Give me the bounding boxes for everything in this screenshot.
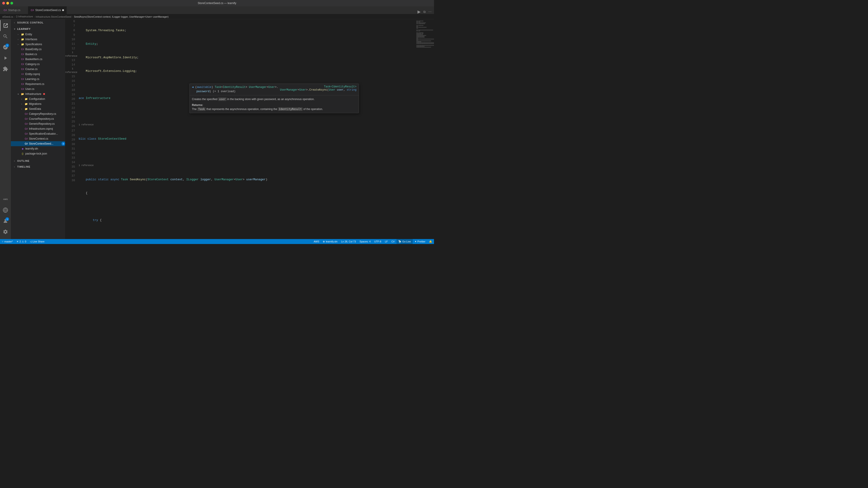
activity-run[interactable] [0, 53, 11, 64]
source-control-section[interactable]: › SOURCE CONTROL [11, 19, 65, 26]
status-errors[interactable]: ✕ 2 ⚠ 0 [15, 239, 28, 244]
code-line-17 [79, 204, 416, 209]
sidebar-item-learnifysln[interactable]: ◆ learnify.sln [11, 146, 65, 151]
status-prettier[interactable]: ✦ Prettier [413, 239, 427, 244]
courserepo-label: CourseRepository.cs [29, 117, 54, 121]
sidebar-item-learning[interactable]: C# Learning.cs [11, 76, 65, 82]
bell-icon: 🔔 [429, 240, 432, 243]
source-control-badge: 1 [5, 43, 9, 47]
status-golive[interactable]: 📡 Go Live [397, 239, 413, 244]
status-language[interactable]: C# [390, 239, 397, 244]
more-actions-button[interactable]: ⋯ [428, 9, 432, 14]
error-badge [43, 93, 45, 95]
sidebar-item-infracsproj[interactable]: C# Infrastructure.csproj [11, 126, 65, 131]
sidebar-item-migrations[interactable]: › 📁 Migrations [11, 101, 65, 106]
code-editor[interactable]: System.Threading.Tasks; Entity; Microsof… [77, 19, 416, 239]
encoding-text: UTF-8 [374, 240, 381, 243]
breadcrumb-namespace[interactable]: ⟨⟩ Infrastructure [16, 15, 33, 18]
sidebar-item-packagelock[interactable]: {} package-lock.json [11, 151, 65, 156]
minimap[interactable]: ████ ████████████ ████ ████ ████ ███████… [416, 19, 434, 239]
modified-badge: 1 [61, 142, 65, 145]
breadcrumb-class[interactable]: Infrastructure.StoreContextSeed [36, 15, 71, 18]
project-name: LEARNIFY [17, 28, 31, 30]
activity-source-control[interactable]: 1 [0, 42, 11, 53]
sidebar-item-basketitem[interactable]: C# BasketItem.cs [11, 57, 65, 62]
status-spaces[interactable]: Spaces: 4 [358, 239, 373, 244]
sidebar-item-courserepo[interactable]: C# CourseRepository.cs [11, 116, 65, 121]
genericrepo-label: GenericRepository.cs [29, 122, 55, 125]
sidebar-item-infrastructure[interactable]: ▾ 📂 Infrastructure [11, 92, 65, 96]
sidebar-item-baseentity[interactable]: C# BaseEntity.cs [11, 47, 65, 52]
code-line-9: Microsoft.Extensions.Logging; [79, 69, 416, 73]
activity-explorer[interactable] [0, 20, 11, 31]
storecontextseed-label: StoreContextSeed... [29, 142, 61, 145]
sidebar-item-genericrepo[interactable]: C# GenericRepository.cs [11, 121, 65, 126]
breadcrumb-file[interactable]: xtSeed.cs [2, 15, 13, 18]
folder-open-icon: 📂 [21, 92, 24, 96]
status-solution[interactable]: ⊕ learnify.sln [321, 239, 339, 244]
cs-file-icon: C# [24, 112, 28, 116]
status-notifications[interactable]: 🔔 [427, 239, 434, 244]
status-position[interactable]: Ln 28, Col 73 [339, 239, 358, 244]
code-line-6: System.Threading.Tasks; [79, 28, 416, 33]
account-badge: 1 [5, 217, 9, 221]
sidebar-project-root[interactable]: ▾ LEARNIFY [11, 26, 65, 32]
activity-remote[interactable] [0, 205, 11, 216]
sidebar-item-course[interactable]: C# Course.cs [11, 67, 65, 72]
timeline-label: TIMELINE [17, 165, 30, 168]
entity-label: Entity [25, 33, 32, 36]
timeline-header[interactable]: › TIMELINE [11, 164, 65, 170]
language-text: C# [392, 240, 395, 243]
status-liveshare[interactable]: ◁ Live Share [28, 239, 46, 244]
tab-startup[interactable]: C# Startup.cs [1, 6, 28, 14]
course-label: Course.cs [25, 68, 37, 71]
status-bar: ⑂ master* ✕ 2 ⚠ 0 ◁ Live Share AWS ⊕ lea… [0, 239, 434, 244]
requirement-label: Requirement.cs [25, 83, 44, 86]
sidebar-item-categoryrepo[interactable]: C# CategoryRepository.cs [11, 111, 65, 116]
sidebar-item-basket[interactable]: C# Basket.cs [11, 52, 65, 57]
sidebar: › SOURCE CONTROL ▾ LEARNIFY › 📁 Entity › [11, 19, 65, 239]
status-aws[interactable]: AWS [312, 239, 321, 244]
split-editor-button[interactable]: ⧉ [422, 9, 427, 14]
sidebar-item-entitycsproj[interactable]: C# Entity.csproj [11, 72, 65, 76]
sidebar-tree: ▾ LEARNIFY › 📁 Entity › 📁 Interfaces [11, 26, 65, 239]
sidebar-item-category[interactable]: C# Category.cs [11, 62, 65, 67]
close-button[interactable] [2, 2, 5, 4]
code-line-ref15: 1 reference [79, 164, 416, 168]
breadcrumb-method[interactable]: SeedAsync(StoreContext context, ILogger … [74, 15, 168, 18]
outline-header[interactable]: › OUTLINE [11, 158, 65, 164]
sidebar-item-seeddata[interactable]: › 📁 SeedData [11, 106, 65, 111]
sidebar-item-user[interactable]: C# User.cs [11, 87, 65, 92]
activity-account[interactable]: 1 [0, 216, 11, 226]
spaces-text: Spaces: 4 [360, 240, 371, 243]
minimize-button[interactable] [6, 2, 9, 4]
sidebar-item-entity[interactable]: › 📁 Entity [11, 32, 65, 37]
editor-scroll[interactable]: 6 7 8 9 10 11 12 1 reference 13 14 1 ref… [65, 19, 434, 239]
status-branch[interactable]: ⑂ master* [0, 239, 15, 244]
code-line-13: blic class StoreContextSeed [79, 137, 416, 141]
activity-search[interactable] [0, 31, 11, 42]
activity-settings[interactable] [0, 226, 11, 237]
sidebar-item-specifications[interactable]: › 📁 Specifications [11, 42, 65, 47]
specifications-label: Specifications [25, 43, 42, 46]
migrations-label: Migrations [29, 102, 41, 105]
activity-extensions[interactable] [0, 64, 11, 74]
categoryrepo-label: CategoryRepository.cs [29, 112, 56, 116]
status-line-ending[interactable]: LF [383, 239, 390, 244]
maximize-button[interactable] [10, 2, 13, 4]
run-debug-button[interactable]: ▶ [417, 9, 421, 14]
basket-label: Basket.cs [25, 53, 37, 56]
sidebar-item-interfaces[interactable]: › 📁 Interfaces [11, 37, 65, 42]
storecontext-label: StoreContext.cs [29, 137, 48, 140]
sidebar-item-configuration[interactable]: › 📁 Configuration [11, 96, 65, 101]
sidebar-item-storecontext[interactable]: C# StoreContext.cs [11, 136, 65, 141]
sidebar-item-speceval[interactable]: C# SpecificationEvaluator... [11, 131, 65, 136]
status-encoding[interactable]: UTF-8 [373, 239, 383, 244]
activity-aws[interactable]: AWS [0, 194, 11, 205]
app-container: C# Startup.cs C# StoreContextSeed.cs ▶ ⧉… [0, 6, 434, 244]
sidebar-item-requirement[interactable]: C# Requirement.cs [11, 82, 65, 87]
sidebar-item-storecontextseed[interactable]: C# StoreContextSeed... 1 [11, 141, 65, 146]
tab-storecontextseed[interactable]: C# StoreContextSeed.cs [28, 6, 67, 14]
infrastructure-label: Infrastructure [25, 92, 41, 96]
basketitem-label: BasketItem.cs [25, 58, 42, 61]
